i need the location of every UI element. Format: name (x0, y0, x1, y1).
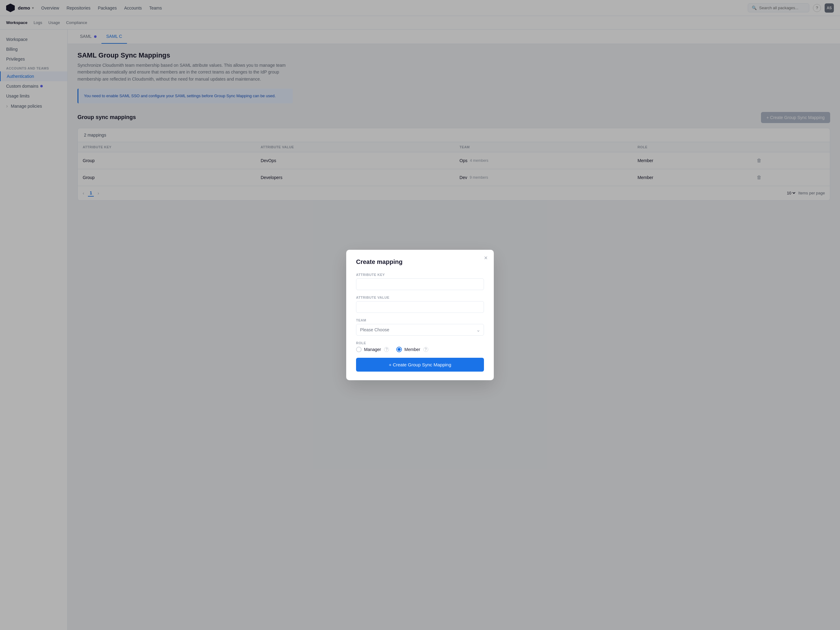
team-select[interactable]: Please Choose (356, 324, 484, 336)
manager-radio[interactable] (356, 347, 362, 352)
attribute-key-group: ATTRIBUTE KEY (356, 273, 484, 290)
role-label: ROLE (356, 341, 484, 345)
modal-overlay[interactable]: × Create mapping ATTRIBUTE KEY ATTRIBUTE… (0, 0, 840, 630)
member-label: Member (404, 347, 420, 352)
attribute-key-label: ATTRIBUTE KEY (356, 273, 484, 277)
attribute-value-group: ATTRIBUTE VALUE (356, 296, 484, 313)
member-help-icon[interactable]: ? (423, 347, 428, 352)
member-radio-inner (398, 348, 401, 351)
role-manager-option[interactable]: Manager ? (356, 347, 389, 352)
team-group: TEAM Please Choose ⌄ (356, 318, 484, 336)
manager-label: Manager (364, 347, 381, 352)
role-group: ROLE Manager ? Member ? (356, 341, 484, 352)
manager-help-icon[interactable]: ? (384, 347, 389, 352)
role-options: Manager ? Member ? (356, 347, 484, 352)
attribute-key-input[interactable] (356, 279, 484, 290)
team-label: TEAM (356, 318, 484, 322)
modal-title: Create mapping (356, 258, 484, 266)
role-member-option[interactable]: Member ? (396, 347, 428, 352)
attribute-value-label: ATTRIBUTE VALUE (356, 296, 484, 299)
team-select-wrap: Please Choose ⌄ (356, 324, 484, 336)
modal-close-button[interactable]: × (484, 255, 488, 261)
member-radio[interactable] (396, 347, 402, 352)
create-mapping-submit-button[interactable]: + Create Group Sync Mapping (356, 358, 484, 372)
attribute-value-input[interactable] (356, 301, 484, 313)
create-mapping-modal: × Create mapping ATTRIBUTE KEY ATTRIBUTE… (346, 250, 494, 380)
